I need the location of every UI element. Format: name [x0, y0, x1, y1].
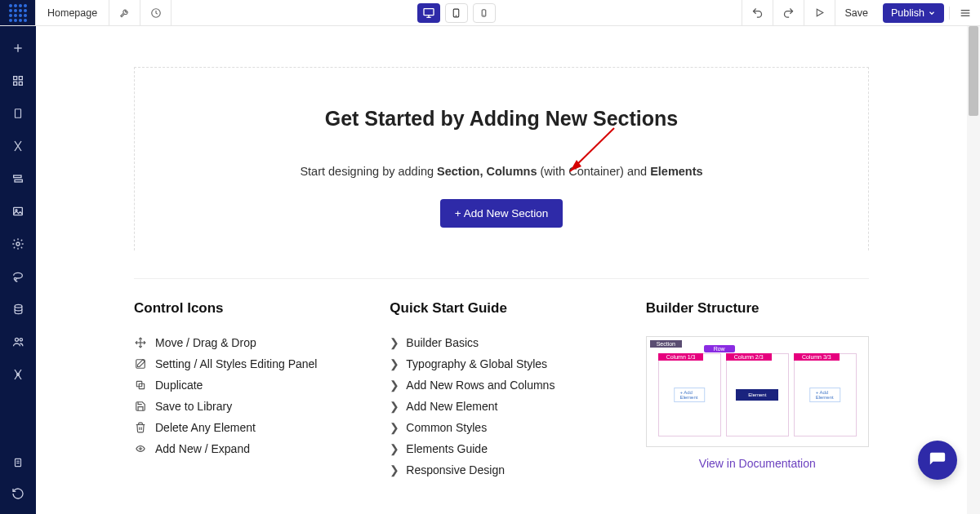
chevron-right-icon: ❯: [390, 357, 399, 370]
builder-structure-diagram: Section Row Column 1/3+ Add Element Colu…: [646, 336, 869, 447]
svg-rect-17: [14, 175, 21, 178]
annotation-arrow-icon: [559, 124, 624, 181]
image-icon[interactable]: [11, 204, 25, 219]
control-icon-duplicate: Duplicate: [134, 379, 357, 392]
notes-icon[interactable]: [11, 455, 25, 470]
restore-icon[interactable]: [11, 486, 25, 501]
expand-icon: [134, 442, 147, 455]
quick-start-typography[interactable]: ❯Typography & Global Styles: [390, 357, 612, 370]
database-icon[interactable]: [11, 302, 25, 317]
chevron-right-icon: ❯: [390, 400, 399, 413]
publish-label: Publish: [891, 7, 924, 19]
wrench-icon[interactable]: [109, 0, 140, 25]
grid-icon[interactable]: [11, 73, 25, 88]
add-icon[interactable]: [11, 41, 25, 55]
add-new-section-button[interactable]: + Add New Section: [440, 199, 563, 228]
gear-icon[interactable]: [11, 237, 25, 251]
svg-rect-13: [19, 77, 22, 80]
quick-start-builder-basics[interactable]: ❯Builder Basics: [390, 336, 612, 349]
save-button[interactable]: Save: [835, 7, 879, 19]
quick-start-common-styles[interactable]: ❯Common Styles: [390, 421, 612, 434]
view-documentation-link[interactable]: View in Documentation: [646, 457, 869, 470]
svg-point-22: [14, 277, 16, 280]
device-mobile-button[interactable]: [473, 3, 496, 23]
tools-icon[interactable]: [11, 139, 25, 153]
redo-button[interactable]: [773, 0, 804, 26]
control-icon-move: Move / Drag & Drop: [134, 336, 357, 349]
svg-rect-1: [424, 8, 434, 15]
control-icon-save-library: Save to Library: [134, 400, 357, 413]
publish-button[interactable]: Publish: [883, 3, 944, 23]
svg-rect-19: [14, 207, 23, 215]
users-icon[interactable]: [11, 335, 25, 349]
chat-button[interactable]: [918, 441, 957, 480]
builder-structure-heading: Builder Structure: [646, 300, 869, 317]
svg-marker-6: [817, 9, 823, 16]
history-icon[interactable]: [140, 0, 172, 25]
control-icon-setting: Setting / All Styles Editing Panel: [134, 357, 357, 370]
sidebar: [0, 26, 36, 514]
control-icon-delete: Delete Any Element: [134, 421, 357, 434]
svg-rect-18: [15, 179, 22, 182]
move-icon: [134, 336, 147, 349]
svg-rect-16: [16, 109, 21, 118]
menu-button[interactable]: [949, 7, 980, 20]
svg-rect-14: [14, 82, 17, 85]
control-icon-add-expand: Add New / Expand: [134, 442, 357, 455]
svg-rect-15: [19, 82, 22, 85]
scrollbar[interactable]: [967, 26, 980, 514]
chevron-right-icon: ❯: [390, 463, 399, 476]
logo[interactable]: [0, 0, 36, 25]
hero-subtitle: Start designing by adding Section, Colum…: [164, 165, 839, 178]
preview-button[interactable]: [804, 0, 835, 26]
quick-start-responsive[interactable]: ❯Responsive Design: [390, 463, 612, 476]
chevron-down-icon: [928, 9, 936, 17]
svg-point-23: [15, 304, 22, 308]
wrench-side-icon[interactable]: [11, 367, 25, 382]
layers-icon[interactable]: [11, 171, 25, 186]
page-title: Homepage: [36, 0, 109, 25]
copy-icon: [134, 379, 147, 392]
chevron-right-icon: ❯: [390, 442, 399, 455]
chevron-right-icon: ❯: [390, 336, 399, 349]
quick-start-add-element[interactable]: ❯Add New Element: [390, 400, 612, 413]
edit-icon: [134, 357, 147, 370]
hero-title: Get Started by Adding New Sections: [164, 107, 839, 131]
trash-icon: [134, 421, 147, 434]
svg-point-21: [16, 242, 20, 246]
quick-start-elements-guide[interactable]: ❯Elements Guide: [390, 442, 612, 455]
svg-point-3: [457, 15, 457, 16]
quick-start-heading: Quick Start Guide: [390, 300, 612, 317]
chevron-right-icon: ❯: [390, 379, 399, 392]
device-tablet-button[interactable]: [445, 3, 468, 23]
undo-button[interactable]: [742, 0, 773, 26]
lasso-icon[interactable]: [11, 269, 25, 284]
svg-point-24: [15, 338, 18, 341]
svg-rect-12: [14, 77, 17, 80]
page-icon[interactable]: [11, 106, 25, 121]
chevron-right-icon: ❯: [390, 421, 399, 434]
save-icon: [134, 400, 147, 413]
device-desktop-button[interactable]: [417, 3, 440, 23]
control-icons-heading: Control Icons: [134, 300, 357, 317]
quick-start-rows-columns[interactable]: ❯Add New Rows and Columns: [390, 379, 612, 392]
svg-point-25: [20, 339, 22, 341]
